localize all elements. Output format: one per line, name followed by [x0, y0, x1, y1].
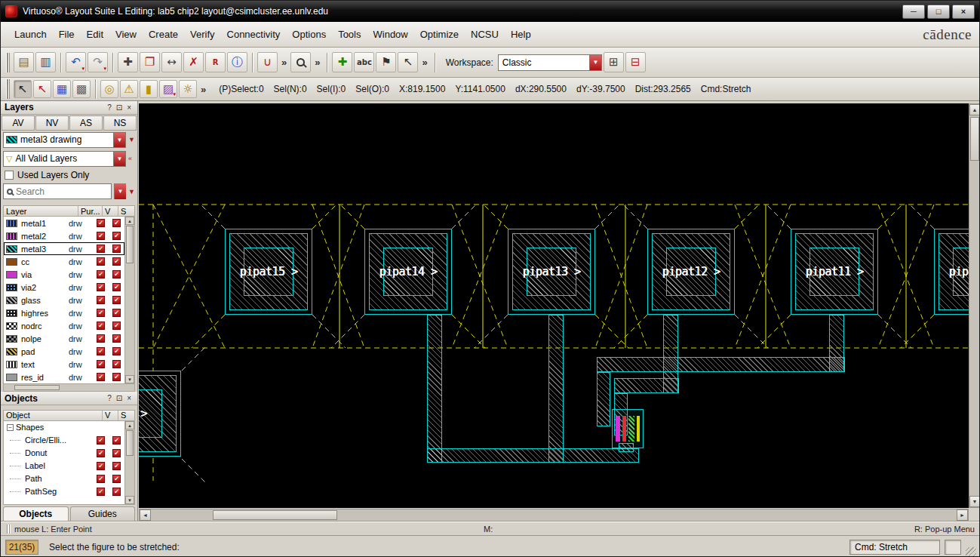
visibility-checkbox[interactable]: ✔	[93, 373, 109, 381]
overflow-chevron-icon[interactable]: »	[279, 57, 289, 68]
menu-help[interactable]: Help	[505, 25, 537, 44]
pad-6[interactable]: pipat10 >	[934, 229, 969, 315]
visibility-checkbox[interactable]: ✔	[93, 245, 109, 253]
layer-filter-select[interactable]: ▽ All Valid Layers ▼	[3, 151, 126, 167]
layer-row-glass[interactable]: glassdrw✔✔	[4, 294, 124, 306]
selectable-checkbox[interactable]: ✔	[109, 270, 124, 278]
layers-panel-header[interactable]: Layers ? ⊡ ×	[1, 101, 137, 115]
objects-panel-header[interactable]: Objects ? ⊡ ×	[1, 392, 137, 405]
tree-expander-icon[interactable]: −	[7, 424, 14, 431]
selectable-checkbox[interactable]: ✔	[109, 232, 124, 240]
scroll-down-icon[interactable]: ▼	[125, 375, 134, 383]
object-row-path[interactable]: Path✔✔	[4, 472, 124, 485]
menu-window[interactable]: Window	[367, 25, 414, 44]
selectable-checkbox[interactable]: ✔	[109, 322, 124, 330]
menu-file[interactable]: File	[53, 25, 81, 44]
pin-button[interactable]: ⚑	[376, 52, 396, 72]
used-layers-checkbox[interactable]	[5, 171, 14, 180]
layers-column-header[interactable]: Pur...	[78, 206, 103, 216]
pad-2[interactable]: pipat14 >	[364, 229, 452, 315]
title-bar[interactable]: Virtuoso® Layout Suite L Editing: lab5 c…	[1, 1, 979, 22]
tab-guides[interactable]: Guides	[70, 506, 136, 522]
wire-segment[interactable]	[614, 378, 679, 393]
redo-button[interactable]: ↷▾	[88, 52, 108, 72]
menu-ncsu[interactable]: NCSU	[465, 25, 505, 44]
layers-column-header[interactable]: V	[103, 206, 118, 216]
menu-create[interactable]: Create	[143, 25, 184, 44]
selectable-checkbox[interactable]: ✔	[109, 347, 124, 355]
layers-scrollbar[interactable]: ▲ ▼	[124, 217, 134, 383]
selectable-checkbox[interactable]: ✔	[109, 449, 124, 457]
layer-search-box[interactable]	[3, 183, 112, 199]
undo-button[interactable]: ↶▾	[66, 52, 86, 72]
lamp-button[interactable]: ☼	[179, 80, 197, 98]
selectable-checkbox[interactable]: ✔	[109, 488, 124, 496]
active-layer-select[interactable]: metal3 drawing ▼	[3, 132, 126, 148]
partial-select-button[interactable]: ↖	[33, 80, 51, 98]
dock-icon[interactable]: ⊡	[114, 103, 124, 112]
probe-button[interactable]: ◎	[100, 80, 118, 98]
layers-hscroll-thumb[interactable]	[14, 385, 60, 390]
layer-swatch-glass[interactable]	[6, 297, 17, 304]
layers-scroll-thumb[interactable]	[126, 226, 134, 263]
layers-column-header[interactable]: Layer	[4, 206, 78, 216]
zoom-button[interactable]	[290, 52, 311, 72]
rotate-button[interactable]: R	[205, 52, 226, 72]
object-row-shapes[interactable]: −Shapes	[4, 421, 124, 434]
visibility-checkbox[interactable]: ✔	[93, 232, 109, 240]
layer-row-text[interactable]: textdrw✔✔	[4, 358, 124, 371]
scroll-right-button[interactable]: ►	[957, 509, 968, 521]
toolbar-grip[interactable]	[6, 53, 10, 72]
active-layer-dropdown-icon[interactable]: ▼	[113, 133, 125, 147]
objects-column-header[interactable]: Object	[4, 411, 103, 420]
layer-row-highres[interactable]: highresdrw✔✔	[4, 306, 124, 319]
visibility-checkbox[interactable]: ✔	[93, 257, 109, 266]
layer-swatch-nodrc[interactable]	[6, 322, 17, 330]
objects-dock-icon[interactable]: ⊡	[114, 394, 124, 402]
layer-swatch-nolpe[interactable]	[6, 335, 17, 343]
layers-tab-as[interactable]: AS	[69, 115, 103, 131]
tab-objects[interactable]: Objects	[3, 506, 69, 522]
layers-tab-av[interactable]: AV	[2, 115, 35, 131]
layout-canvas[interactable]: pipat15 >pipat14 >pipat13 >pipat12 >pipa…	[139, 103, 969, 508]
layer-row-metal2[interactable]: metal2drw✔✔	[4, 229, 124, 242]
wire-segment[interactable]	[597, 357, 845, 372]
vertical-scroll-thumb[interactable]	[970, 117, 979, 161]
objects-help-icon[interactable]: ?	[105, 394, 114, 402]
pad-1[interactable]: pipat15 >	[225, 229, 312, 315]
objects-scroll-thumb[interactable]	[126, 430, 134, 456]
visibility-checkbox[interactable]: ✔	[93, 488, 109, 496]
selectable-checkbox[interactable]: ✔	[109, 436, 124, 445]
object-row-circleelli[interactable]: Circle/Elli...✔✔	[4, 434, 124, 447]
scroll-down-button[interactable]: ▼	[969, 496, 980, 507]
visibility-checkbox[interactable]: ✔	[93, 360, 109, 368]
layer-dropdown-mini-icon[interactable]: ▼	[128, 136, 135, 143]
vertical-scrollbar[interactable]: ▲ ▼	[969, 103, 980, 508]
layer-filter-dropdown-icon[interactable]: ▼	[113, 152, 125, 166]
layer-swatch-metal1[interactable]	[6, 220, 17, 227]
visibility-checkbox[interactable]: ✔	[93, 436, 109, 445]
layer-swatch-pad[interactable]	[6, 348, 17, 355]
overflow-chevron-icon[interactable]: »	[312, 57, 322, 68]
menu-launch[interactable]: Launch	[8, 25, 53, 44]
object-row-pathseg[interactable]: PathSeg✔✔	[4, 485, 124, 498]
menu-optimize[interactable]: Optimize	[414, 25, 465, 44]
close-button[interactable]: ×	[952, 5, 975, 19]
objects-scrollbar[interactable]: ▲ ▼	[124, 421, 134, 504]
panel-close-icon[interactable]: ×	[124, 103, 134, 112]
palette-button[interactable]: ▨▾	[159, 80, 177, 98]
selectable-checkbox[interactable]: ✔	[109, 283, 124, 291]
layer-row-metal3[interactable]: metal3drw✔✔	[4, 242, 124, 255]
layer-swatch-text[interactable]	[6, 361, 17, 368]
move-button[interactable]: ✚	[118, 52, 138, 72]
visibility-checkbox[interactable]: ✔	[93, 462, 109, 470]
select-mode-button[interactable]: ↖	[14, 80, 32, 98]
menu-connectivity[interactable]: Connectivity	[221, 25, 287, 44]
object-row-label[interactable]: Label✔✔	[4, 460, 124, 472]
help-icon[interactable]: ?	[105, 103, 114, 112]
search-mini-icon[interactable]: ▼	[128, 188, 135, 195]
stretch-button[interactable]: ↔	[161, 52, 182, 72]
workspace-select-dropdown-icon[interactable]: ▼	[589, 55, 601, 70]
instance-select-button[interactable]: ▩	[72, 80, 91, 98]
overflow-chevron-icon[interactable]: »	[198, 84, 208, 95]
